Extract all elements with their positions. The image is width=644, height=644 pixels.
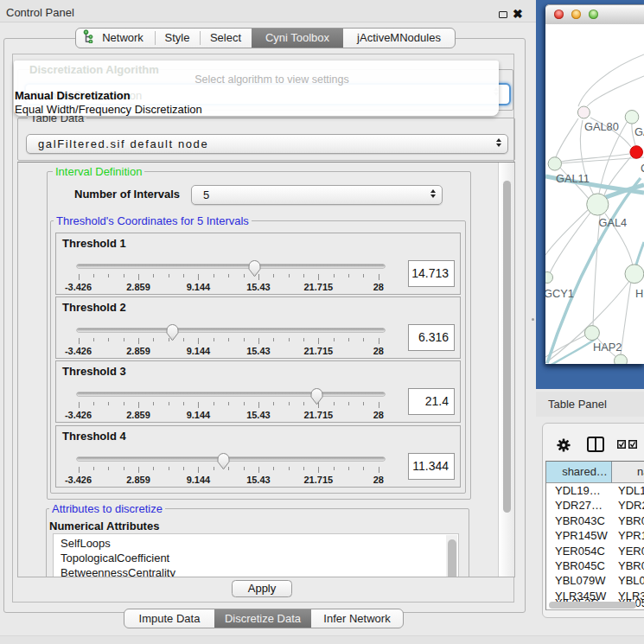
svg-text:C: C [641,162,644,175]
svg-text:GCY1: GCY1 [545,287,574,300]
svg-text:H: H [635,287,643,300]
svg-text:GAL4: GAL4 [599,216,628,229]
svg-text:GA: GA [634,125,644,138]
svg-text:GAL80: GAL80 [584,120,619,133]
svg-text:HAP2: HAP2 [593,341,622,354]
svg-text:GAL11: GAL11 [556,172,590,185]
